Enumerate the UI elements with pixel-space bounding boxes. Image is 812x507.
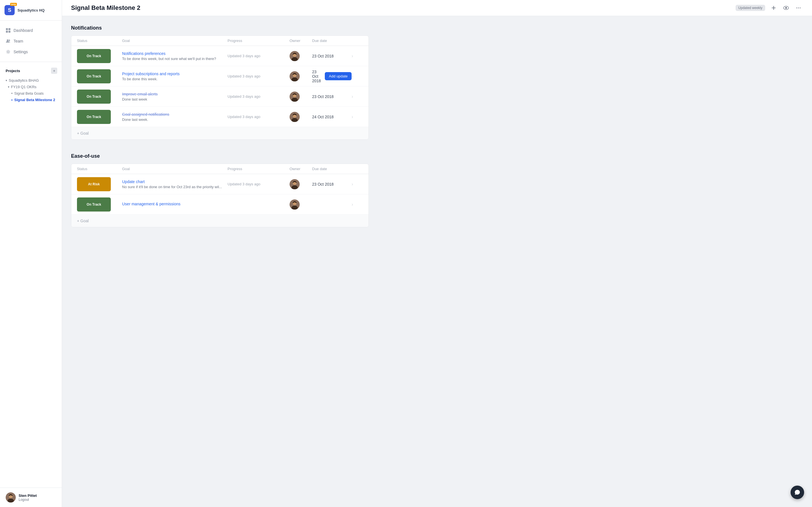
progress-cell: Updated 3 days ago xyxy=(227,182,290,186)
sidebar-nav: Dashboard Team xyxy=(0,20,62,62)
due-date-cell: 24 Oct 2018 xyxy=(312,115,352,119)
col-header-actions xyxy=(352,167,363,171)
tree-item-signal-milestone[interactable]: • Signal Beta Milestone 2 xyxy=(0,97,62,103)
beta-badge: beta xyxy=(10,3,17,6)
chevron-down-icon: ▾ xyxy=(8,86,9,89)
status-badge: On Track xyxy=(77,69,111,83)
chevron-down-icon: ▾ xyxy=(6,79,7,82)
col-header-due-date: Due date xyxy=(312,167,352,171)
logo-icon: S beta xyxy=(4,5,15,15)
chevron-right-icon[interactable]: › xyxy=(352,54,353,58)
bullet-icon: • xyxy=(11,91,13,96)
owner-cell xyxy=(290,112,312,122)
col-header-owner: Owner xyxy=(290,167,312,171)
section-title-ease-of-use: Ease-of-use xyxy=(71,153,369,159)
col-header-actions xyxy=(352,39,363,43)
logout-button[interactable]: Logout xyxy=(18,498,37,502)
tree-item-fy19[interactable]: ▾ FY19 Q1 OKRs xyxy=(0,83,62,90)
svg-point-6 xyxy=(7,51,9,53)
goal-link[interactable]: Update chart xyxy=(122,179,227,184)
col-header-progress: Progress xyxy=(227,39,290,43)
chevron-cell: › xyxy=(352,114,363,119)
chat-button[interactable] xyxy=(791,486,804,499)
progress-cell: Updated 3 days ago xyxy=(227,94,290,99)
status-badge: On Track xyxy=(77,110,111,124)
goal-cell: Goal assigned notifications Done last we… xyxy=(122,108,227,126)
sidebar-item-team[interactable]: Team xyxy=(0,36,62,47)
main-content: Signal Beta Milestone 2 Updated weekly xyxy=(62,0,812,507)
owner-avatar xyxy=(290,200,300,210)
grid-icon xyxy=(6,28,11,33)
goal-cell: Update chart No sure if it'll be done on… xyxy=(122,175,227,193)
svg-rect-0 xyxy=(6,28,8,30)
chevron-right-icon[interactable]: › xyxy=(352,114,353,119)
goal-link[interactable]: Project subscriptions and reports xyxy=(122,71,227,76)
status-badge: On Track xyxy=(77,198,111,212)
project-tree: ▾ Squadlytics BHAG ▾ FY19 Q1 OKRs • Sign… xyxy=(0,76,62,104)
chevron-cell: › xyxy=(352,182,363,187)
goal-cell: Notifications preferences To be done thi… xyxy=(122,47,227,65)
owner-avatar xyxy=(290,51,300,61)
plus-icon: + xyxy=(53,68,55,73)
due-date-cell: 23 Oct 2018 xyxy=(312,182,352,186)
progress-cell: Updated 3 days ago xyxy=(227,54,290,58)
add-goal-button[interactable]: + Goal xyxy=(71,215,368,227)
sidebar-item-settings[interactable]: Settings xyxy=(0,47,62,57)
due-date-cell: 23 Oct 2018 xyxy=(312,94,352,99)
update-frequency-badge: Updated weekly xyxy=(735,5,765,11)
watch-button[interactable] xyxy=(781,3,791,12)
more-options-button[interactable] xyxy=(794,3,803,12)
goal-link[interactable]: Goal assigned notifications xyxy=(122,112,227,117)
goal-description: To be done this week, but not sure what … xyxy=(122,57,227,61)
table-row[interactable]: On Track User management & permissions xyxy=(71,194,368,215)
table-row[interactable]: At Risk Update chart No sure if it'll be… xyxy=(71,174,368,194)
owner-avatar xyxy=(290,71,300,81)
goal-cell: User management & permissions xyxy=(122,198,227,211)
status-badge: On Track xyxy=(77,90,111,104)
table-row[interactable]: On Track Improve email alerts Done last … xyxy=(71,87,368,107)
col-header-progress: Progress xyxy=(227,167,290,171)
notifications-table: Status Goal Progress Owner Due date On T… xyxy=(71,36,369,140)
chevron-cell: › xyxy=(352,202,363,207)
svg-rect-2 xyxy=(6,31,8,33)
chevron-right-icon[interactable]: › xyxy=(352,202,353,207)
goal-link[interactable]: User management & permissions xyxy=(122,202,227,206)
owner-cell xyxy=(290,71,312,81)
projects-title: Projects xyxy=(6,69,20,73)
svg-point-17 xyxy=(800,8,801,8)
add-goal-button[interactable]: + Goal xyxy=(71,127,368,139)
table-row[interactable]: On Track Project subscriptions and repor… xyxy=(71,66,368,87)
col-header-goal: Goal xyxy=(122,39,227,43)
goal-link[interactable]: Notifications preferences xyxy=(122,51,227,56)
owner-cell xyxy=(290,92,312,102)
goal-link[interactable]: Improve email alerts xyxy=(122,92,227,96)
add-update-button[interactable]: Add update xyxy=(325,72,352,80)
tree-item-signal-goals[interactable]: • Signal Beta Goals xyxy=(0,90,62,97)
status-cell: On Track xyxy=(77,49,122,63)
status-cell: On Track xyxy=(77,110,122,124)
add-project-button[interactable]: + xyxy=(51,68,57,74)
status-cell: On Track xyxy=(77,90,122,104)
sidebar: S beta Squadlytics HQ Dashboard xyxy=(0,0,62,507)
goal-cell: Project subscriptions and reports To be … xyxy=(122,68,227,85)
table-row[interactable]: On Track Notifications preferences To be… xyxy=(71,46,368,66)
status-badge: On Track xyxy=(77,49,111,63)
gear-icon xyxy=(6,49,11,54)
goal-description: Done last week xyxy=(122,97,227,101)
sidebar-item-dashboard[interactable]: Dashboard xyxy=(0,25,62,36)
table-row[interactable]: On Track Goal assigned notifications Don… xyxy=(71,107,368,127)
add-button[interactable] xyxy=(769,3,778,12)
status-cell: On Track xyxy=(77,69,122,83)
chevron-right-icon[interactable]: › xyxy=(352,74,353,78)
tree-item-label: FY19 Q1 OKRs xyxy=(11,85,36,89)
ease-of-use-table: Status Goal Progress Owner Due date At R… xyxy=(71,164,369,227)
chevron-right-icon[interactable]: › xyxy=(352,182,353,186)
topbar: Signal Beta Milestone 2 Updated weekly xyxy=(62,0,812,16)
goal-cell: Improve email alerts Done last week xyxy=(122,88,227,105)
chevron-right-icon[interactable]: › xyxy=(352,94,353,99)
sidebar-item-team-label: Team xyxy=(13,39,23,43)
page-title: Signal Beta Milestone 2 xyxy=(71,4,732,11)
tree-item-bhag[interactable]: ▾ Squadlytics BHAG xyxy=(0,77,62,83)
projects-section: Projects + ▾ Squadlytics BHAG ▾ FY19 Q1 … xyxy=(0,62,62,104)
table-header: Status Goal Progress Owner Due date xyxy=(71,164,368,174)
